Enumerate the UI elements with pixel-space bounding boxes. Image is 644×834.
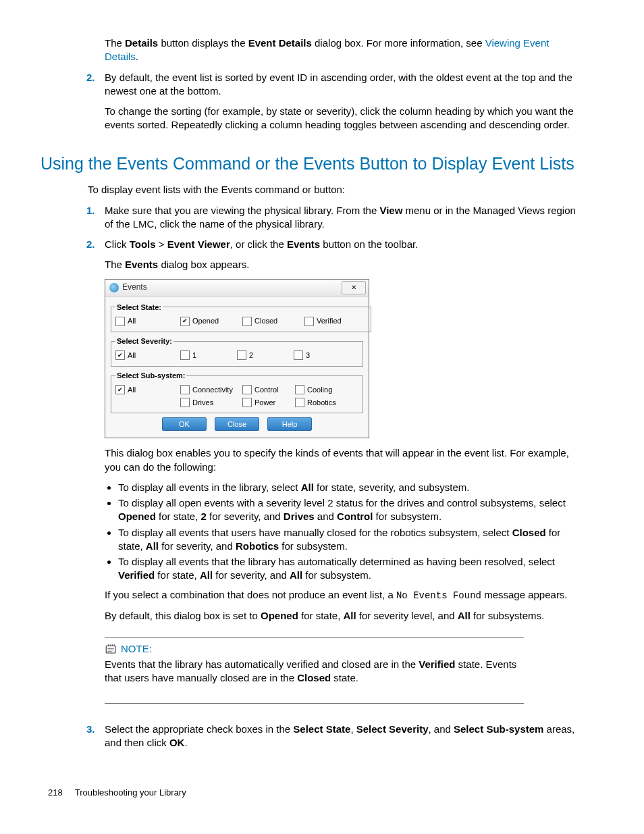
step2b-line1: Click Tools > Event Viewer, or click the… [105, 238, 576, 251]
note-icon [105, 643, 117, 655]
dialog-help-button[interactable]: Help [267, 417, 312, 431]
bullet-list: To display all events in the library, se… [105, 481, 576, 583]
no-events-paragraph: If you select a combination that does no… [105, 588, 576, 602]
text: To display all events that users have ma… [118, 527, 512, 538]
sub-robotics-checkbox[interactable] [295, 398, 304, 407]
text: , [350, 723, 356, 735]
severity-1-checkbox[interactable] [180, 350, 190, 360]
state-closed-label: Closed [254, 316, 277, 326]
defaults-paragraph: By default, this dialog box is set to Op… [105, 609, 576, 623]
state-closed-checkbox[interactable] [242, 317, 252, 326]
footer-title: Troubleshooting your Library [75, 787, 186, 799]
text: To display all open events with a severi… [118, 497, 566, 509]
tools-bold: Tools [130, 238, 156, 250]
note-body: Events that the library has automaticall… [105, 658, 524, 685]
dialog-title: Events [122, 282, 147, 292]
dialog-close-button[interactable]: ✕ [342, 281, 366, 294]
step2-p2: To change the sorting (for example, by s… [105, 105, 576, 132]
state-verified-label: Verified [317, 316, 342, 326]
sub-all-label: All [128, 385, 136, 395]
text: , and [428, 723, 454, 735]
bullet-2: To display all open events with a severi… [118, 496, 576, 524]
select-subsystem-legend: Select Sub-system: [115, 371, 186, 381]
text: dialog box. For more information, see [312, 37, 485, 49]
ok-bold: OK [169, 737, 185, 748]
text: > [156, 238, 167, 250]
opened-bold: Opened [118, 511, 156, 522]
event-details-bold: Event Details [248, 37, 312, 49]
bullet-1: To display all events in the library, se… [118, 481, 576, 494]
severity-2-checkbox[interactable] [237, 350, 246, 360]
text: dialog box appears. [158, 259, 249, 270]
select-state-group: Select State: All Opened Closed Verified [111, 303, 371, 333]
events-bold2: Events [125, 259, 158, 270]
sub-power-checkbox[interactable] [242, 398, 252, 407]
text: The [105, 37, 125, 49]
note-label: NOTE: [121, 642, 152, 656]
select-subsystem-bold: Select Sub-system [454, 723, 543, 735]
bullet-4: To display all events that the library h… [118, 555, 576, 583]
note-block: NOTE: Events that the library has automa… [105, 637, 524, 704]
all-bold: All [458, 610, 471, 621]
details-paragraph: The Details button displays the Event De… [105, 36, 576, 64]
text: state. [331, 672, 358, 683]
text: for subsystems. [471, 610, 544, 621]
text: , or click the [230, 238, 287, 250]
text: If you select a combination that does no… [105, 589, 396, 600]
step2-p1: By default, the event list is sorted by … [105, 71, 576, 99]
bullet-3: To display all events that users have ma… [118, 526, 576, 554]
dialog-close-btn[interactable]: Close [215, 417, 259, 431]
text: for state, [298, 610, 344, 621]
sub-cooling-checkbox[interactable] [295, 385, 304, 394]
text: button displays the [158, 37, 248, 49]
step2b-line2: The Events dialog box appears. [105, 258, 576, 271]
severity-3-label: 3 [306, 350, 310, 361]
text: for severity, and [159, 540, 236, 552]
sub-control-checkbox[interactable] [242, 385, 252, 394]
dialog-ok-button[interactable]: OK [162, 417, 207, 431]
page-number: 218 [48, 787, 63, 799]
no-events-code: No Events Found [396, 590, 481, 601]
events-dialog: Events ✕ Select State: All Opened Closed… [105, 279, 369, 439]
sub-drives-checkbox[interactable] [180, 398, 190, 407]
text: . [184, 737, 187, 748]
text: Events that the library has automaticall… [105, 658, 419, 670]
text: for state, severity, and subsystem. [314, 481, 470, 493]
step-number-1: 1. [86, 204, 95, 217]
sub-robotics-label: Robotics [307, 398, 336, 408]
details-bold: Details [125, 37, 158, 49]
view-bold: View [379, 205, 402, 216]
text: The [105, 259, 125, 270]
state-all-label: All [128, 316, 136, 326]
text: To display all events that the library h… [118, 556, 555, 567]
sub-connectivity-checkbox[interactable] [180, 385, 190, 394]
two-bold: 2 [201, 511, 207, 522]
all-bold: All [301, 481, 314, 493]
sub-drives-label: Drives [192, 398, 213, 408]
closed-bold: Closed [512, 527, 546, 538]
severity-all-checkbox[interactable] [115, 350, 125, 360]
all-bold: All [200, 569, 213, 581]
verified-bold: Verified [419, 658, 455, 670]
text: for severity, and [207, 511, 284, 522]
robotics-bold: Robotics [236, 540, 279, 552]
sub-all-checkbox[interactable] [115, 385, 125, 394]
step-number-3: 3. [86, 723, 95, 736]
step1-text: Make sure that you are viewing the physi… [105, 204, 576, 232]
text: . [136, 51, 138, 62]
event-viewer-bold: Event Viewer [167, 238, 230, 250]
select-severity-legend: Select Severity: [115, 336, 173, 346]
state-all-checkbox[interactable] [115, 317, 125, 326]
text: By default, this dialog box is set to [105, 610, 261, 621]
sub-connectivity-label: Connectivity [192, 385, 233, 395]
step3-text: Select the appropriate check boxes in th… [105, 723, 576, 750]
text: Make sure that you are viewing the physi… [105, 205, 379, 216]
select-subsystem-group: Select Sub-system: All Connectivity Cont… [111, 371, 363, 414]
sub-power-label: Power [254, 398, 275, 408]
severity-3-checkbox[interactable] [294, 350, 303, 360]
state-opened-checkbox[interactable] [180, 317, 190, 326]
dialog-titlebar: Events ✕ [105, 280, 369, 296]
state-verified-checkbox[interactable] [304, 317, 314, 326]
events-bold: Events [287, 238, 320, 250]
control-bold: Control [337, 511, 373, 522]
